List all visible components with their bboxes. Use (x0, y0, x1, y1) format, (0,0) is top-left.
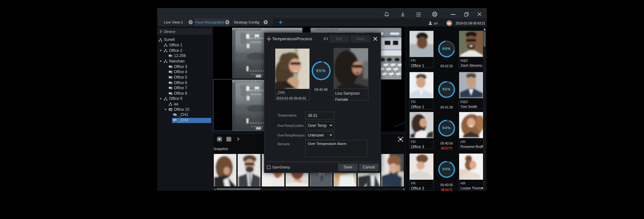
svg-text:66: 66 (448, 22, 451, 25)
